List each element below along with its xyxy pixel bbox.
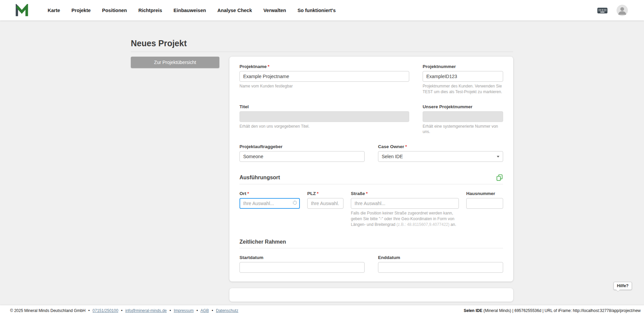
- help-label: Hilfe?: [617, 283, 629, 288]
- hausnummer-label: Hausnummer: [466, 191, 503, 196]
- field-case-owner: Case Owner* Selen IDE: [378, 144, 503, 162]
- footer: © 2025 Mineral Minds Deutschland GmbH • …: [0, 305, 644, 316]
- section-divider: [239, 184, 503, 184]
- case-owner-value: Selen IDE: [382, 154, 403, 159]
- footer-link-datenschutz[interactable]: Datenschutz: [216, 308, 238, 313]
- field-enddatum: Enddatum: [378, 255, 503, 273]
- strasse-helper: Falls die Position keiner Straße zugeord…: [351, 210, 459, 227]
- field-strasse: Straße* Falls die Position keiner Straße…: [351, 191, 459, 227]
- footer-left: © 2025 Mineral Minds Deutschland GmbH • …: [10, 308, 238, 313]
- strasse-label-text: Straße: [351, 191, 365, 196]
- titel-input: [239, 111, 409, 122]
- section-title-zeitlicher-rahmen: Zeitlicher Rahmen: [239, 239, 286, 245]
- nav-item-verwalten[interactable]: Verwalten: [263, 8, 286, 13]
- separator: •: [169, 308, 171, 313]
- strasse-label: Straße*: [351, 191, 459, 196]
- logo-icon: [15, 4, 29, 17]
- unsere-projektnummer-helper: Erhält eine systemgenerierte Nummer von …: [423, 124, 503, 135]
- case-owner-select[interactable]: Selen IDE: [378, 151, 503, 162]
- case-owner-label-text: Case Owner: [378, 144, 404, 149]
- separator: •: [212, 308, 213, 313]
- project-form-card: Projektname* Name vom Kunden festlegbar …: [229, 57, 513, 281]
- ort-input[interactable]: [239, 198, 300, 209]
- separator: •: [121, 308, 122, 313]
- session-user: Selen IDE: [464, 308, 482, 313]
- caret-down-icon: [497, 156, 499, 157]
- required-asterisk: *: [405, 144, 407, 149]
- footer-link-email[interactable]: info@mineral-minds.de: [125, 308, 167, 313]
- nav-item-karte[interactable]: Karte: [48, 8, 60, 13]
- section-title-ausfuehrungsort: Ausführungsort: [239, 175, 280, 181]
- required-asterisk: *: [366, 191, 368, 196]
- projektnummer-helper: Projektnummer des Kunden. Verwenden Sie …: [423, 83, 503, 95]
- projektname-label-text: Projektname: [239, 64, 267, 69]
- session-details: (Mineral Minds) | 69576255536d | URL of …: [482, 308, 641, 313]
- nav-item-projekte[interactable]: Projekte: [71, 8, 91, 13]
- nav-item-analyse-check[interactable]: Analyse Check: [217, 8, 252, 13]
- nav-item-richtpreis[interactable]: Richtpreis: [138, 8, 162, 13]
- separator: •: [88, 308, 90, 313]
- projektname-label: Projektname*: [239, 64, 409, 69]
- avatar-icon: [616, 5, 628, 16]
- top-navbar: Karte Projekte Positionen Richtpreis Ein…: [0, 0, 644, 20]
- footer-link-phone[interactable]: 07151/250100: [93, 308, 118, 313]
- required-asterisk: *: [317, 191, 319, 196]
- titel-label: Titel: [239, 104, 409, 109]
- main-nav: Karte Projekte Positionen Richtpreis Ein…: [48, 8, 336, 13]
- field-startdatum: Startdatum: [239, 255, 365, 273]
- footer-link-agb[interactable]: AGB: [201, 308, 209, 313]
- app-logo[interactable]: [15, 4, 29, 17]
- projektauftraggeber-input[interactable]: [239, 151, 365, 162]
- nav-item-einbauweisen[interactable]: Einbauweisen: [173, 8, 206, 13]
- projektauftraggeber-label: Projektauftraggeber: [239, 144, 365, 149]
- keyboard-icon[interactable]: [597, 7, 608, 14]
- nav-item-so-funktionierts[interactable]: So funktioniert's: [298, 8, 336, 13]
- plz-label: PLZ*: [307, 191, 343, 196]
- enddatum-label: Enddatum: [378, 255, 503, 260]
- ort-label: Ort*: [239, 191, 300, 196]
- plz-input[interactable]: [307, 198, 343, 209]
- nav-item-positionen[interactable]: Positionen: [102, 8, 127, 13]
- field-hausnummer: Hausnummer: [466, 191, 503, 227]
- section-divider: [239, 248, 503, 248]
- field-ort: Ort*: [239, 191, 300, 227]
- case-owner-label: Case Owner*: [378, 144, 503, 149]
- field-projektname: Projektname* Name vom Kunden festlegbar: [239, 64, 409, 95]
- field-plz: PLZ*: [307, 191, 343, 227]
- plz-label-text: PLZ: [307, 191, 316, 196]
- copyright-text: © 2025 Mineral Minds Deutschland GmbH: [10, 308, 86, 313]
- footer-link-impressum[interactable]: Impressum: [174, 308, 194, 313]
- required-asterisk: *: [268, 64, 269, 69]
- titel-helper: Erhält den von uns vorgegebenen Titel.: [239, 124, 409, 129]
- strasse-helper-example: (z.B.: 48.8115607,9.4077422): [396, 222, 449, 227]
- unsere-projektnummer-input: [423, 111, 503, 122]
- unsere-projektnummer-label: Unsere Projektnummer: [423, 104, 503, 109]
- page-title: Neues Projekt: [131, 39, 513, 48]
- nav-right-actions: [597, 5, 628, 16]
- copy-icon[interactable]: [496, 174, 503, 181]
- help-button[interactable]: Hilfe?: [613, 282, 632, 290]
- separator: •: [197, 308, 198, 313]
- projektname-input[interactable]: [239, 71, 409, 82]
- strasse-input[interactable]: [351, 198, 459, 209]
- field-projektnummer: Projektnummer Projektnummer des Kunden. …: [423, 64, 503, 95]
- ort-label-text: Ort: [239, 191, 246, 196]
- field-titel: Titel Erhält den von uns vorgegebenen Ti…: [239, 104, 409, 135]
- strasse-helper-suffix: an.: [449, 222, 456, 227]
- field-unsere-projektnummer: Unsere Projektnummer Erhält eine systemg…: [423, 104, 503, 135]
- startdatum-input[interactable]: [239, 262, 365, 273]
- projektname-helper: Name vom Kunden festlegbar: [239, 83, 409, 89]
- project-overview-button[interactable]: Zur Projektübersicht: [131, 57, 219, 68]
- main-content: Neues Projekt Zur Projektübersicht Proje…: [0, 20, 644, 305]
- projektnummer-label: Projektnummer: [423, 64, 503, 69]
- session-info: Selen IDE (Mineral Minds) | 69576255536d…: [464, 308, 641, 313]
- startdatum-label: Startdatum: [239, 255, 365, 260]
- enddatum-input[interactable]: [378, 262, 503, 273]
- user-avatar[interactable]: [616, 5, 628, 16]
- projektnummer-input[interactable]: [423, 71, 503, 82]
- field-projektauftraggeber: Projektauftraggeber: [239, 144, 365, 162]
- hausnummer-input[interactable]: [466, 198, 503, 209]
- next-section-card: [229, 288, 513, 302]
- required-asterisk: *: [247, 191, 249, 196]
- left-column: Zur Projektübersicht: [131, 57, 219, 68]
